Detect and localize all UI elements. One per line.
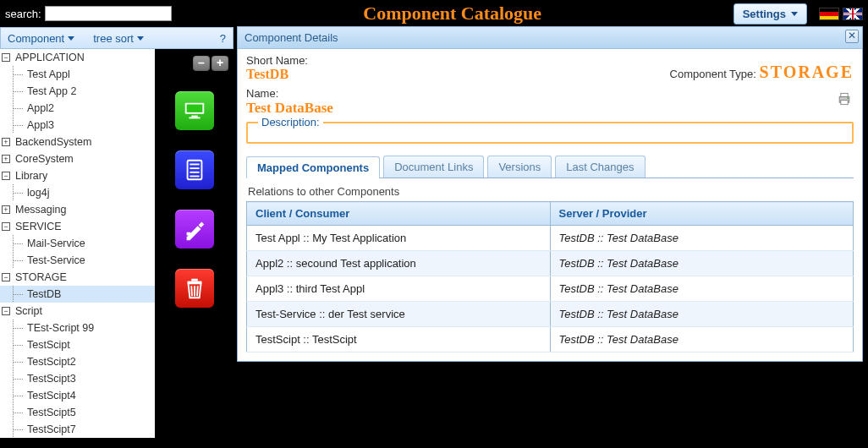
table-row[interactable]: Appl3 :: third Test ApplTestDB :: Test D…: [247, 276, 854, 302]
tree-category[interactable]: −Library: [0, 167, 155, 184]
server-cell: TestDB :: Test DataBase: [550, 251, 854, 276]
chevron-down-icon: [68, 36, 74, 41]
tree-category[interactable]: −SERVICE: [0, 218, 155, 235]
storage-icon[interactable]: [175, 150, 214, 189]
chevron-down-icon: [791, 12, 798, 16]
table-row[interactable]: TestScipt :: TestSciptTestDB :: Test Dat…: [247, 327, 854, 352]
minus-icon[interactable]: −: [2, 53, 10, 62]
tree-item[interactable]: Appl3: [0, 117, 155, 134]
name-label: Name:: [246, 87, 333, 100]
plus-icon[interactable]: +: [2, 138, 10, 146]
short-name-value: TestDB: [246, 67, 333, 82]
description-label: Description:: [258, 116, 323, 128]
tree-item[interactable]: TestScipt: [0, 336, 155, 353]
description-box: Description:: [246, 122, 854, 144]
tree-item[interactable]: TestScipt3: [0, 370, 155, 387]
tree-item[interactable]: TestScipt4: [0, 387, 155, 404]
tree-item[interactable]: TEst-Script 99: [0, 320, 155, 336]
svg-rect-16: [841, 101, 848, 105]
monitor-icon[interactable]: [175, 91, 214, 130]
tab[interactable]: Last Changes: [555, 156, 645, 178]
server-cell: TestDB :: Test DataBase: [550, 276, 854, 302]
relations-table: Client / Consumer Server / Provider Test…: [246, 201, 854, 352]
svg-rect-13: [191, 279, 198, 281]
tree-category-label: Library: [15, 170, 47, 182]
settings-button-label: Settings: [743, 8, 786, 20]
tree-item[interactable]: Appl2: [0, 100, 155, 117]
tree-sort-menu[interactable]: tree sort: [93, 32, 144, 45]
tree-category[interactable]: −STORAGE: [0, 269, 155, 286]
client-cell: Test-Service :: der Test service: [247, 302, 551, 327]
tree-category[interactable]: +BackendSystem: [0, 134, 155, 150]
page-title: Component Catalogue: [172, 3, 733, 25]
col-server-header[interactable]: Server / Provider: [550, 202, 854, 226]
svg-line-9: [191, 286, 192, 296]
server-cell: TestDB :: Test DataBase: [550, 226, 854, 251]
flag-de-icon[interactable]: [819, 8, 839, 20]
name-value: Test DataBase: [246, 100, 333, 117]
table-row[interactable]: Test Appl :: My Test ApplicationTestDB :…: [247, 226, 854, 251]
tree-category-label: CoreSystem: [15, 153, 74, 165]
svg-rect-2: [191, 116, 198, 117]
minus-icon[interactable]: −: [2, 307, 10, 315]
plus-icon[interactable]: +: [2, 205, 10, 214]
short-name-label: Short Name:: [246, 54, 333, 67]
tree-category-label: APPLICATION: [15, 52, 85, 63]
svg-rect-1: [187, 105, 203, 112]
tree-category[interactable]: +CoreSystem: [0, 150, 155, 167]
tree-sort-menu-label: tree sort: [93, 32, 134, 45]
tree-category-label: STORAGE: [15, 271, 67, 283]
svg-rect-3: [189, 117, 200, 119]
tree-item[interactable]: TestScipt7: [0, 421, 155, 438]
flag-uk-icon[interactable]: [843, 8, 863, 20]
tree-category[interactable]: +Messaging: [0, 201, 155, 218]
client-cell: Appl3 :: third Test Appl: [247, 276, 551, 302]
tree-item[interactable]: TestDB: [0, 286, 155, 303]
minus-icon[interactable]: −: [2, 273, 10, 281]
component-type-label: Component Type:: [670, 68, 756, 80]
tree-item[interactable]: log4j: [0, 184, 155, 201]
search-input[interactable]: [45, 6, 172, 21]
component-tree: −APPLICATIONTest ApplTest App 2Appl2Appl…: [0, 49, 156, 438]
tree-item[interactable]: Mail-Service: [0, 235, 155, 252]
print-icon[interactable]: [670, 90, 854, 110]
settings-button[interactable]: Settings: [733, 3, 807, 25]
table-row[interactable]: Appl2 :: secound Test applicationTestDB …: [247, 251, 854, 276]
component-details-panel: Component Details ✕ Short Name: TestDB N…: [237, 26, 863, 362]
trash-icon[interactable]: [175, 269, 214, 308]
tree-item[interactable]: Test-Service: [0, 252, 155, 269]
component-type-value: Storage: [760, 63, 854, 81]
tree-item[interactable]: Test App 2: [0, 83, 155, 100]
client-cell: Appl2 :: secound Test application: [247, 251, 551, 276]
client-cell: TestScipt :: TestScipt: [247, 327, 551, 352]
component-menu-label: Component: [8, 32, 64, 45]
minus-icon[interactable]: −: [2, 172, 10, 180]
close-icon[interactable]: ✕: [845, 30, 859, 43]
table-row[interactable]: Test-Service :: der Test serviceTestDB :…: [247, 302, 854, 327]
tree-category-label: Messaging: [15, 204, 66, 216]
svg-point-17: [847, 97, 849, 99]
tree-item[interactable]: TestScipt2: [0, 353, 155, 370]
server-cell: TestDB :: Test DataBase: [550, 302, 854, 327]
expand-all-button[interactable]: +: [212, 56, 228, 71]
tree-category[interactable]: −Script: [0, 303, 155, 320]
col-client-header[interactable]: Client / Consumer: [247, 202, 551, 226]
minus-icon[interactable]: −: [2, 222, 10, 231]
edit-icon[interactable]: [175, 210, 214, 249]
collapse-all-button[interactable]: –: [193, 56, 210, 71]
svg-line-11: [197, 286, 198, 296]
svg-rect-15: [841, 93, 848, 96]
chevron-down-icon: [137, 36, 144, 41]
detail-tabs: Mapped ComponentsDocument LinksVersionsL…: [246, 156, 854, 178]
component-menu[interactable]: Component: [8, 32, 74, 45]
help-link[interactable]: ?: [220, 32, 226, 45]
tab[interactable]: Mapped Components: [246, 156, 380, 178]
plus-icon[interactable]: +: [2, 155, 10, 163]
tree-item[interactable]: TestScipt5: [0, 404, 155, 421]
tab[interactable]: Document Links: [383, 156, 484, 178]
tab[interactable]: Versions: [487, 156, 552, 178]
search-label: search:: [5, 8, 41, 20]
tree-item[interactable]: Test Appl: [0, 66, 155, 83]
tree-toolbar: Component tree sort ?: [0, 27, 233, 49]
tree-category[interactable]: −APPLICATION: [0, 49, 155, 66]
